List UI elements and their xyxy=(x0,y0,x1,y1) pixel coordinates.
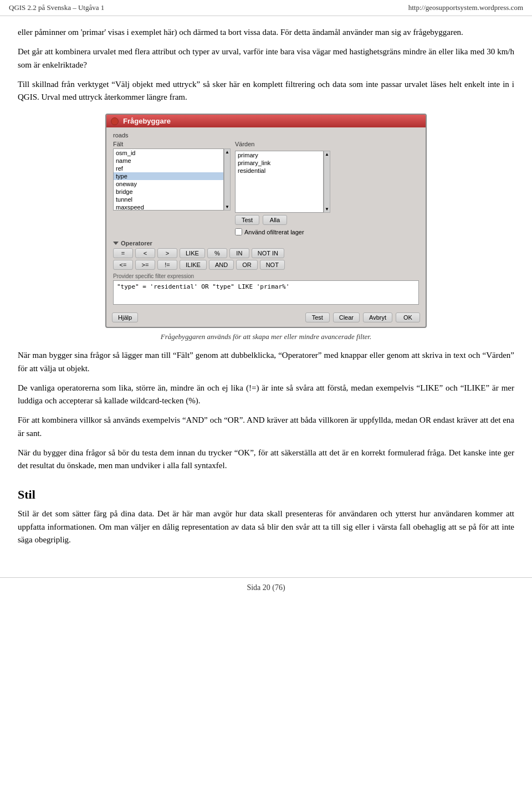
page-content: eller påminner om 'primar' visas i exemp… xyxy=(0,16,532,566)
op-neq[interactable]: != xyxy=(157,260,177,270)
dialog-caption: Frågebyggaren används för att skapa mer … xyxy=(18,332,514,341)
use-filter-label: Använd ofiltrerat lager xyxy=(244,229,304,235)
op-percent[interactable]: % xyxy=(207,248,227,258)
op-or[interactable]: OR xyxy=(236,260,258,270)
layer-label: roads xyxy=(113,132,419,139)
footer-test-button[interactable]: Test xyxy=(305,312,330,322)
op-and[interactable]: AND xyxy=(209,260,234,270)
paragraph-1: eller påminner om 'primar' visas i exemp… xyxy=(18,26,514,39)
footer-left: Hjälp xyxy=(112,312,138,322)
help-button[interactable]: Hjälp xyxy=(112,312,138,322)
field-bridge[interactable]: bridge xyxy=(114,188,223,196)
values-listbox[interactable]: primary primary_link residential xyxy=(235,151,324,213)
op-like[interactable]: LIKE xyxy=(180,248,205,258)
values-scrollbar[interactable]: ▲ ▼ xyxy=(324,151,330,213)
paragraph-5: När man bygger sina frågor så lägger man… xyxy=(18,349,514,375)
values-buttons: Test Alla xyxy=(235,215,330,225)
op-in[interactable]: IN xyxy=(229,248,249,258)
footer-right: Test Clear Avbryt OK xyxy=(305,312,420,322)
use-filter-checkbox[interactable] xyxy=(235,228,242,235)
paragraph-7: För att kombinera villkor så används exe… xyxy=(18,414,514,440)
value-residential[interactable]: residential xyxy=(236,167,323,175)
op-lt[interactable]: < xyxy=(135,248,155,258)
dialog-footer: Hjälp Test Clear Avbryt OK xyxy=(106,309,426,327)
field-ref[interactable]: ref xyxy=(114,165,223,172)
alla-button[interactable]: Alla xyxy=(263,215,287,225)
stil-heading: Stil xyxy=(18,488,514,502)
field-maxspeed[interactable]: maxspeed xyxy=(114,203,223,211)
dialog-titlebar: Frågebyggare xyxy=(106,115,426,127)
test-values-button[interactable]: Test xyxy=(235,215,259,225)
op-eq[interactable]: = xyxy=(113,248,133,258)
field-oneway[interactable]: oneway xyxy=(114,180,223,188)
op-not[interactable]: NOT xyxy=(260,260,285,270)
stil-paragraph: Stil är det som sätter färg på dina data… xyxy=(18,507,514,546)
header-left: QGIS 2.2 på Svenska – Utgåva 1 xyxy=(9,3,104,12)
op-lte[interactable]: <= xyxy=(113,260,133,270)
falt-header: Fält xyxy=(113,141,231,147)
value-primary[interactable]: primary xyxy=(236,151,323,159)
ok-button[interactable]: OK xyxy=(396,312,420,322)
field-osm_id[interactable]: osm_id xyxy=(114,149,223,157)
dialog-columns: Fält osm_id name ref type oneway bridge … xyxy=(113,141,419,235)
triangle-icon xyxy=(113,242,119,245)
filter-expression-box[interactable]: "type" = 'residential' OR "type" LIKE 'p… xyxy=(113,280,419,305)
operators-row-2: <= >= != ILIKE AND OR NOT xyxy=(113,260,419,270)
field-name[interactable]: name xyxy=(114,157,223,165)
op-gt[interactable]: > xyxy=(157,248,177,258)
header-right: http://geosupportsystem.wordpress.com xyxy=(408,3,523,12)
varden-header: Värden xyxy=(235,141,330,147)
use-filter-checkbox-row: Använd ofiltrerat lager xyxy=(235,228,330,235)
close-icon[interactable] xyxy=(111,117,119,125)
dialog-wrapper: Frågebyggare roads Fält osm_id name ref xyxy=(18,114,514,328)
operators-label: Operatorer xyxy=(113,240,419,247)
varden-section: Värden primary primary_link residential … xyxy=(235,141,330,235)
page-number: Sida 20 (76) xyxy=(247,583,285,592)
value-primary_link[interactable]: primary_link xyxy=(236,159,323,167)
operators-section: Operatorer = < > LIKE % IN NOT IN <= >= xyxy=(113,240,419,270)
op-ilike[interactable]: ILIKE xyxy=(180,260,207,270)
dialog-title: Frågebyggare xyxy=(123,117,171,125)
op-gte[interactable]: >= xyxy=(135,260,155,270)
clear-button[interactable]: Clear xyxy=(333,312,360,322)
cancel-button[interactable]: Avbryt xyxy=(363,312,392,322)
operators-row-1: = < > LIKE % IN NOT IN xyxy=(113,248,419,258)
page-footer: Sida 20 (76) xyxy=(0,577,532,598)
fields-listbox[interactable]: osm_id name ref type oneway bridge tunne… xyxy=(113,148,224,211)
filter-expr-label: Provider specific filter expression xyxy=(113,273,419,279)
filter-expression-section: Provider specific filter expression "typ… xyxy=(113,273,419,305)
dialog-body: roads Fält osm_id name ref type oneway xyxy=(106,127,426,309)
filter-expression-text: "type" = 'residential' OR "type" LIKE 'p… xyxy=(117,283,289,290)
fragebyggare-dialog: Frågebyggare roads Fält osm_id name ref xyxy=(105,114,427,328)
field-type[interactable]: type xyxy=(114,172,223,180)
page-header: QGIS 2.2 på Svenska – Utgåva 1 http://ge… xyxy=(0,0,532,16)
field-tunnel[interactable]: tunnel xyxy=(114,196,223,203)
op-not-in[interactable]: NOT IN xyxy=(252,248,284,258)
paragraph-3: Till skillnad från verktyget “Välj objek… xyxy=(18,78,514,104)
falt-section: Fält osm_id name ref type oneway bridge … xyxy=(113,141,231,235)
paragraph-2: Det går att kombinera urvalet med flera … xyxy=(18,45,514,71)
fields-scrollbar[interactable]: ▲ ▼ xyxy=(224,148,231,211)
paragraph-6: De vanliga operatorerna som lika, större… xyxy=(18,382,514,408)
paragraph-8: När du bygger dina frågor så bör du test… xyxy=(18,447,514,473)
